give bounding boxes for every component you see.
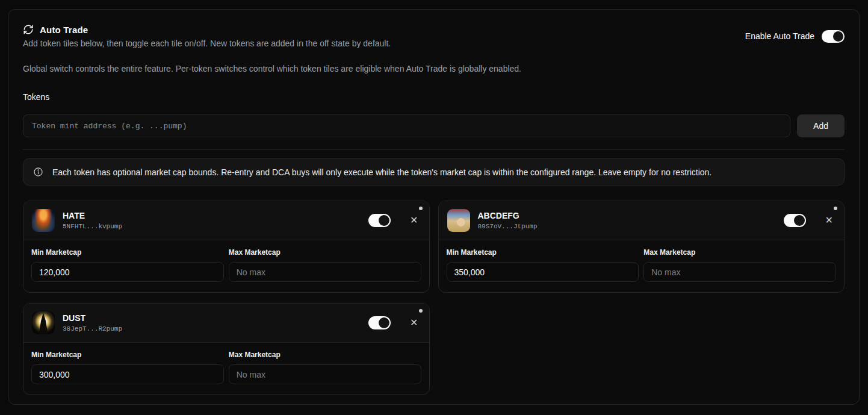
max-marketcap-input[interactable]: No max [643,262,836,282]
marketcap-info-banner: Each token has optional market cap bound… [23,158,845,186]
page-title: Auto Trade [40,25,88,35]
remove-token-button[interactable]: ✕ [408,213,420,228]
close-icon: ✕ [825,215,833,225]
toggle-knob [379,317,389,328]
token-tiles-grid: HATE 5NFHTL...kvpump ✕ Min Marketcap 120… [23,201,845,395]
min-marketcap-input[interactable]: 350,000 [447,262,639,282]
min-marketcap-input[interactable]: 120,000 [31,262,224,282]
header: Auto Trade Add token tiles below, then t… [23,24,845,48]
token-toggle[interactable] [368,214,391,227]
toggle-knob [794,215,805,226]
hooded-figure-glow-avatar [32,311,55,334]
remove-token-button[interactable]: ✕ [823,213,835,228]
info-icon [33,167,43,177]
max-marketcap-label: Max Marketcap [229,351,421,359]
add-token-row: Token mint address (e.g. ...pump) Add [23,114,845,137]
burning-earth-avatar [32,209,55,232]
remove-token-button[interactable]: ✕ [408,316,420,330]
token-name: ABCDEFG [478,211,776,220]
toggle-knob [379,215,389,226]
min-marketcap-label: Min Marketcap [31,248,224,257]
tile-status-dot [419,309,423,313]
token-mint-input[interactable]: Token mint address (e.g. ...pump) [23,114,790,137]
enable-auto-trade-toggle[interactable] [822,30,845,43]
token-tile-abcdefg: ABCDEFG 89S7oV...Jtpump ✕ Min Marketcap … [438,201,845,293]
token-tile-hate: HATE 5NFHTL...kvpump ✕ Min Marketcap 120… [23,201,430,293]
token-address: 38JepT...R2pump [63,325,361,332]
man-with-coins-avatar [447,209,470,232]
max-marketcap-label: Max Marketcap [229,248,421,257]
page-subtitle: Add token tiles below, then toggle each … [23,39,391,48]
tokens-section-label: Tokens [23,92,845,102]
section-divider [23,149,845,150]
max-marketcap-label: Max Marketcap [643,248,836,257]
refresh-icon [23,24,34,35]
token-name: HATE [63,211,361,220]
tile-status-dot [834,207,837,210]
add-token-button[interactable]: Add [797,114,845,137]
token-name: DUST [63,313,361,323]
token-tile-dust: DUST 38JepT...R2pump ✕ Min Marketcap 300… [23,303,430,395]
tile-status-dot [419,207,423,210]
auto-trade-panel: Auto Trade Add token tiles below, then t… [8,9,860,405]
enable-auto-trade-label: Enable Auto Trade [745,31,814,41]
feature-description: Global switch controls the entire featur… [23,64,845,73]
min-marketcap-label: Min Marketcap [31,351,224,359]
close-icon: ✕ [410,317,418,328]
max-marketcap-input[interactable]: No max [229,262,421,282]
min-marketcap-input[interactable]: 300,000 [31,364,224,384]
max-marketcap-input[interactable]: No max [229,364,421,384]
token-address: 5NFHTL...kvpump [63,223,361,230]
marketcap-info-text: Each token has optional market cap bound… [52,167,711,177]
toggle-knob [833,31,843,42]
close-icon: ✕ [410,215,418,225]
min-marketcap-label: Min Marketcap [447,248,639,257]
token-address: 89S7oV...Jtpump [478,223,776,230]
token-toggle[interactable] [368,316,391,329]
enable-auto-trade-block: Enable Auto Trade [745,30,845,43]
token-toggle[interactable] [784,214,806,227]
